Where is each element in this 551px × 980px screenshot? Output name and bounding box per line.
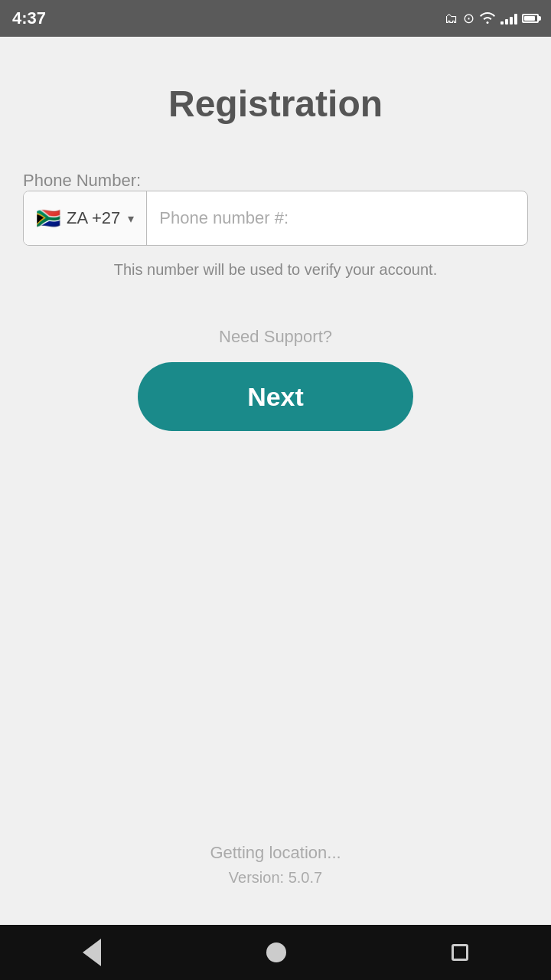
back-icon [83,939,101,966]
wifi-icon [479,12,496,24]
support-section: Need Support? Next [23,327,528,431]
version-text: Version: 5.0.7 [210,869,341,887]
status-time: 4:37 [12,8,46,28]
nav-bar [0,925,551,980]
bottom-section: Getting location... Version: 5.0.7 [210,843,341,910]
country-selector[interactable]: 🇿🇦 ZA +27 ▾ [24,191,147,245]
phone-number-input[interactable] [147,191,527,245]
recent-icon [452,944,468,961]
nav-recent-button[interactable] [452,944,468,961]
phone-form-section: Phone Number: 🇿🇦 ZA +27 ▾ This number wi… [23,171,528,281]
phone-label: Phone Number: [23,171,141,190]
main-content: Registration Phone Number: 🇿🇦 ZA +27 ▾ T… [0,37,551,925]
phone-input-row: 🇿🇦 ZA +27 ▾ [23,191,528,246]
country-flag: 🇿🇦 [36,207,60,230]
nav-back-button[interactable] [83,939,101,966]
phone-helper-text: This number will be used to verify your … [23,258,528,281]
circle-icon: ⊙ [463,10,474,27]
status-icons: 🗂 ⊙ [445,10,539,27]
nav-home-button[interactable] [266,942,286,962]
page-title: Registration [168,83,383,125]
signal-icon [500,12,517,24]
home-icon [266,942,286,962]
battery-icon [522,14,539,23]
getting-location-text: Getting location... [210,843,341,863]
status-bar: 4:37 🗂 ⊙ [0,0,551,37]
country-code: ZA +27 [67,208,120,228]
next-button[interactable]: Next [138,362,413,431]
sim-icon: 🗂 [445,11,458,27]
chevron-down-icon: ▾ [128,211,134,226]
support-text[interactable]: Need Support? [23,327,528,347]
